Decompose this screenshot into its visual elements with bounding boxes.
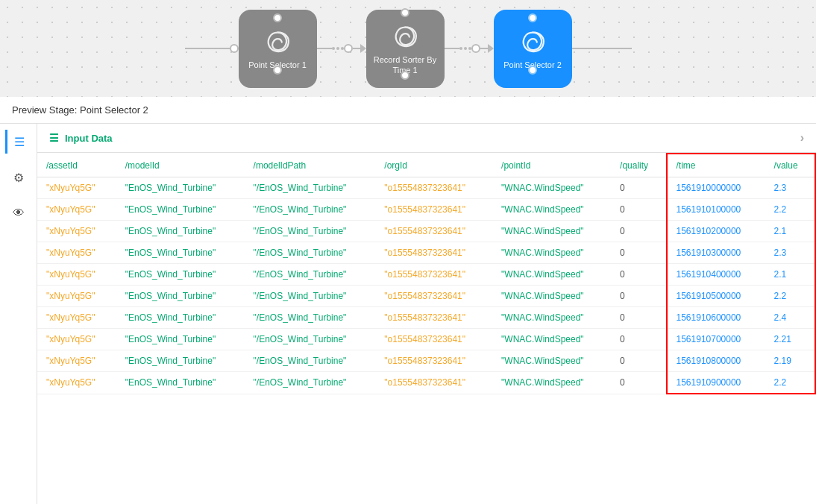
spiral-icon-2 (389, 22, 421, 54)
td-assetId: "xNyuYq5G" (37, 329, 116, 350)
node-point-selector-1[interactable]: Point Selector 1 (239, 10, 317, 88)
td-quality: 0 (611, 264, 666, 286)
td-modelId: "EnOS_Wind_Turbine" (116, 307, 245, 329)
td-assetId: "xNyuYq5G" (37, 286, 116, 307)
conn-port (344, 44, 353, 53)
td-modelId: "EnOS_Wind_Turbine" (116, 221, 245, 242)
conn-line-b (353, 48, 360, 49)
td-assetId: "xNyuYq5G" (37, 242, 116, 264)
node3-port-left (528, 13, 537, 22)
td-value: 2.19 (765, 350, 815, 372)
td-value: 2.1 (765, 264, 815, 286)
td-time: 1561910600000 (667, 307, 765, 329)
stub-line (185, 48, 230, 49)
node-box-3[interactable]: Point Selector 2 (494, 10, 572, 88)
td-modelIdPath: "/EnOS_Wind_Turbine" (245, 329, 376, 350)
node1-port-right (273, 66, 282, 75)
td-value: 2.4 (765, 307, 815, 329)
td-pointId: "WNAC.WindSpeed" (492, 242, 611, 264)
data-panel[interactable]: ☰ Input Data › /assetId /modelId /modelI… (37, 124, 816, 504)
td-modelIdPath: "/EnOS_Wind_Turbine" (245, 286, 376, 307)
conn2-dots (459, 47, 471, 50)
dot3 (341, 47, 344, 50)
node2-port-left (401, 8, 409, 17)
spiral-icon-3 (516, 27, 549, 60)
td-time: 1561910300000 (667, 242, 765, 264)
node-box-1[interactable]: Point Selector 1 (239, 10, 317, 88)
td-orgId: "o15554837323641" (375, 372, 492, 394)
pipeline-canvas: Point Selector 1 Record (0, 0, 816, 97)
node3-port-right (528, 66, 537, 75)
stub-port (230, 44, 239, 53)
td-orgId: "o15554837323641" (375, 350, 492, 372)
th-time: /time (667, 154, 765, 177)
td-modelId: "EnOS_Wind_Turbine" (116, 350, 245, 372)
table-container[interactable]: /assetId /modelId /modelIdPath /orgId /p… (37, 153, 816, 394)
th-pointId: /pointId (492, 154, 611, 177)
td-assetId: "xNyuYq5G" (37, 199, 116, 221)
collapse-button[interactable]: › (800, 131, 804, 145)
connector-1-2 (317, 44, 366, 53)
sidebar-list-icon[interactable]: ☰ (5, 130, 31, 154)
td-modelId: "EnOS_Wind_Turbine" (116, 177, 245, 199)
main-content: ☰ ⚙ 👁 ☰ Input Data › /assetId /modelId /… (0, 124, 816, 504)
dot5 (464, 47, 467, 50)
dot1 (332, 47, 335, 50)
right-stub-line (572, 48, 632, 49)
td-orgId: "o15554837323641" (375, 242, 492, 264)
td-assetId: "xNyuYq5G" (37, 307, 116, 329)
preview-label: Preview Stage: Point Selector 2 (12, 104, 148, 116)
td-pointId: "WNAC.WindSpeed" (492, 264, 611, 286)
td-pointId: "WNAC.WindSpeed" (492, 307, 611, 329)
td-quality: 0 (611, 242, 666, 264)
dot6 (468, 47, 471, 50)
th-quality: /quality (611, 154, 666, 177)
data-table: /assetId /modelId /modelIdPath /orgId /p… (37, 153, 816, 394)
table-row: "xNyuYq5G""EnOS_Wind_Turbine""/EnOS_Wind… (37, 372, 815, 394)
td-modelId: "EnOS_Wind_Turbine" (116, 242, 245, 264)
td-quality: 0 (611, 372, 666, 394)
td-modelId: "EnOS_Wind_Turbine" (116, 372, 245, 394)
th-modelIdPath: /modelIdPath (245, 154, 376, 177)
conn-line-a (317, 48, 332, 49)
td-value: 2.1 (765, 221, 815, 242)
td-orgId: "o15554837323641" (375, 286, 492, 307)
td-pointId: "WNAC.WindSpeed" (492, 199, 611, 221)
sidebar-gear-icon[interactable]: ⚙ (7, 166, 31, 189)
td-value: 2.21 (765, 329, 815, 350)
td-value: 2.2 (765, 372, 815, 394)
node1-port-left (273, 13, 282, 22)
dot2 (336, 47, 339, 50)
td-modelId: "EnOS_Wind_Turbine" (116, 264, 245, 286)
sidebar-eye-icon[interactable]: 👁 (7, 201, 31, 225)
td-assetId: "xNyuYq5G" (37, 264, 116, 286)
td-pointId: "WNAC.WindSpeed" (492, 350, 611, 372)
table-body: "xNyuYq5G""EnOS_Wind_Turbine""/EnOS_Wind… (37, 177, 815, 394)
node-point-selector-2[interactable]: Point Selector 2 (494, 10, 572, 88)
table-row: "xNyuYq5G""EnOS_Wind_Turbine""/EnOS_Wind… (37, 199, 815, 221)
td-orgId: "o15554837323641" (375, 329, 492, 350)
node2-port-right (401, 71, 409, 80)
td-orgId: "o15554837323641" (375, 307, 492, 329)
td-value: 2.3 (765, 177, 815, 199)
node-record-sorter[interactable]: Record Sorter By Time 1 (366, 10, 445, 88)
th-orgId: /orgId (375, 154, 492, 177)
td-modelId: "EnOS_Wind_Turbine" (116, 329, 245, 350)
td-quality: 0 (611, 286, 666, 307)
conn-dots (332, 47, 344, 50)
table-row: "xNyuYq5G""EnOS_Wind_Turbine""/EnOS_Wind… (37, 350, 815, 372)
arrow-2 (488, 44, 494, 53)
td-orgId: "o15554837323641" (375, 221, 492, 242)
table-row: "xNyuYq5G""EnOS_Wind_Turbine""/EnOS_Wind… (37, 286, 815, 307)
th-assetId: /assetId (37, 154, 116, 177)
spiral-icon-1 (261, 27, 294, 60)
panel-header: ☰ Input Data › (37, 124, 816, 153)
th-value: /value (765, 154, 815, 177)
node-box-2[interactable]: Record Sorter By Time 1 (366, 10, 445, 88)
conn2-line-a (445, 48, 459, 49)
td-time: 1561910100000 (667, 199, 765, 221)
td-assetId: "xNyuYq5G" (37, 221, 116, 242)
table-row: "xNyuYq5G""EnOS_Wind_Turbine""/EnOS_Wind… (37, 221, 815, 242)
panel-title: Input Data (65, 133, 113, 144)
td-value: 2.2 (765, 199, 815, 221)
